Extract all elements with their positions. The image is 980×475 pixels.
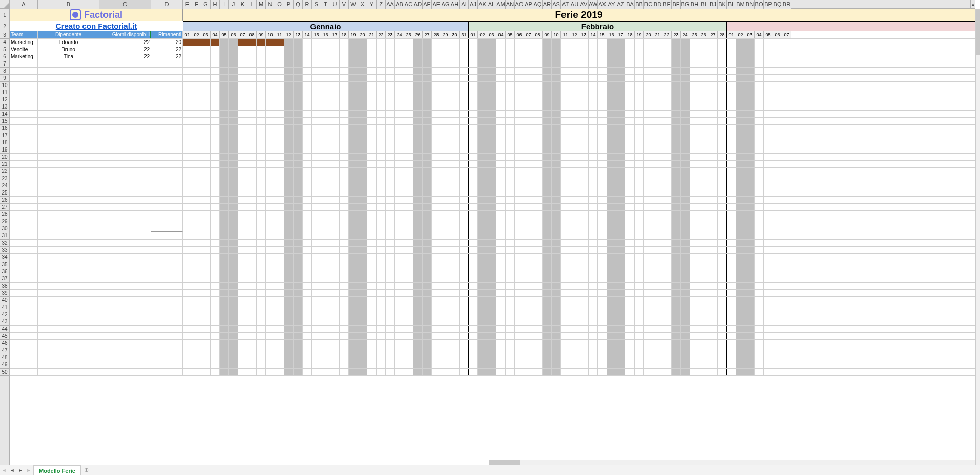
horizontal-scroll-thumb[interactable] [489, 460, 520, 465]
day-cell[interactable] [561, 204, 570, 210]
day-cell[interactable] [607, 275, 616, 282]
day-cell[interactable] [708, 139, 718, 146]
day-cell[interactable] [330, 204, 340, 210]
day-cell[interactable] [478, 232, 487, 239]
day-cell[interactable] [764, 75, 773, 81]
day-cell[interactable] [699, 132, 708, 139]
day-cell[interactable] [340, 46, 349, 53]
day-cell[interactable] [321, 161, 330, 167]
day-cell[interactable] [515, 204, 524, 210]
day-cell[interactable] [469, 232, 478, 239]
day-cell[interactable] [294, 161, 303, 167]
day-cell[interactable] [183, 347, 192, 354]
day-cell[interactable] [524, 297, 533, 304]
day-cell[interactable] [496, 75, 506, 81]
day-cell[interactable] [506, 283, 515, 289]
day-cell[interactable] [192, 225, 201, 232]
day-cell[interactable] [764, 96, 773, 103]
day-cell[interactable] [736, 75, 745, 81]
day-cell[interactable] [552, 182, 561, 189]
day-cell[interactable] [635, 89, 644, 96]
day-cell[interactable] [220, 290, 229, 296]
day-cell[interactable] [515, 211, 524, 218]
day-cell[interactable] [469, 60, 478, 67]
day-cell[interactable] [294, 247, 303, 253]
day-cell[interactable] [644, 175, 653, 182]
day-cell[interactable] [257, 232, 266, 239]
day-cell[interactable] [708, 68, 718, 74]
day-cell[interactable] [579, 146, 589, 153]
day-cell[interactable] [487, 46, 496, 53]
day-cell[interactable] [598, 354, 607, 361]
day-cell[interactable] [782, 369, 791, 375]
day-cell[interactable] [450, 232, 460, 239]
day-cell[interactable] [653, 39, 662, 46]
day-cell[interactable] [229, 347, 238, 354]
cell[interactable] [38, 204, 99, 210]
day-cell[interactable] [441, 361, 450, 368]
day-cell[interactable] [561, 283, 570, 289]
day-cell[interactable] [755, 318, 764, 325]
day-cell[interactable] [755, 204, 764, 210]
col-header-AP[interactable]: AP [524, 0, 533, 9]
day-cell[interactable] [755, 326, 764, 332]
day-cell[interactable] [229, 118, 238, 124]
day-cell[interactable] [303, 326, 312, 332]
day-cell[interactable] [386, 240, 395, 246]
day-cell[interactable] [644, 304, 653, 311]
day-cell[interactable] [247, 39, 257, 46]
day-cell[interactable] [653, 340, 662, 347]
day-cell[interactable] [773, 290, 782, 296]
day-cell[interactable] [367, 96, 377, 103]
day-cell[interactable] [340, 304, 349, 311]
day-cell[interactable] [330, 304, 340, 311]
day-cell[interactable] [625, 254, 635, 261]
day-cell[interactable] [257, 96, 266, 103]
day-cell[interactable] [349, 103, 358, 110]
day-cell[interactable] [211, 161, 220, 167]
day-cell[interactable] [201, 146, 211, 153]
day-cell[interactable] [423, 347, 432, 354]
day-cell[interactable] [764, 218, 773, 225]
day-cell[interactable] [284, 46, 294, 53]
day-cell[interactable] [570, 96, 579, 103]
day-cell[interactable] [275, 211, 284, 218]
day-cell[interactable] [745, 268, 755, 275]
day-cell[interactable] [570, 218, 579, 225]
emp-disp[interactable]: 22 [99, 46, 151, 53]
day-cell[interactable] [616, 204, 625, 210]
cell[interactable] [10, 318, 38, 325]
day-cell[interactable] [708, 89, 718, 96]
day-cell[interactable] [736, 304, 745, 311]
day-cell[interactable] [644, 240, 653, 246]
day-cell[interactable] [662, 182, 672, 189]
day-cell[interactable] [616, 275, 625, 282]
day-cell[interactable] [727, 211, 736, 218]
day-cell[interactable] [257, 39, 266, 46]
day-cell[interactable] [395, 175, 404, 182]
day-cell[interactable] [764, 275, 773, 282]
day-cell[interactable] [211, 60, 220, 67]
day-cell[interactable] [404, 333, 413, 339]
day-cell[interactable] [755, 283, 764, 289]
day-cell[interactable] [395, 297, 404, 304]
day-cell[interactable] [432, 318, 441, 325]
day-cell[interactable] [533, 168, 543, 175]
day-cell[interactable] [579, 204, 589, 210]
day-cell[interactable] [561, 326, 570, 332]
day-cell[interactable] [441, 326, 450, 332]
day-cell[interactable] [450, 103, 460, 110]
day-cell[interactable] [755, 132, 764, 139]
day-cell[interactable] [727, 361, 736, 368]
day-cell[interactable] [247, 103, 257, 110]
cell[interactable] [10, 240, 38, 246]
day-cell[interactable] [413, 275, 423, 282]
cell[interactable] [10, 369, 38, 375]
day-cell[interactable] [635, 297, 644, 304]
day-cell[interactable] [506, 225, 515, 232]
day-cell[interactable] [257, 211, 266, 218]
day-cell[interactable] [718, 53, 727, 60]
day-cell[interactable] [211, 318, 220, 325]
day-cell[interactable] [257, 139, 266, 146]
day-cell[interactable] [441, 197, 450, 203]
